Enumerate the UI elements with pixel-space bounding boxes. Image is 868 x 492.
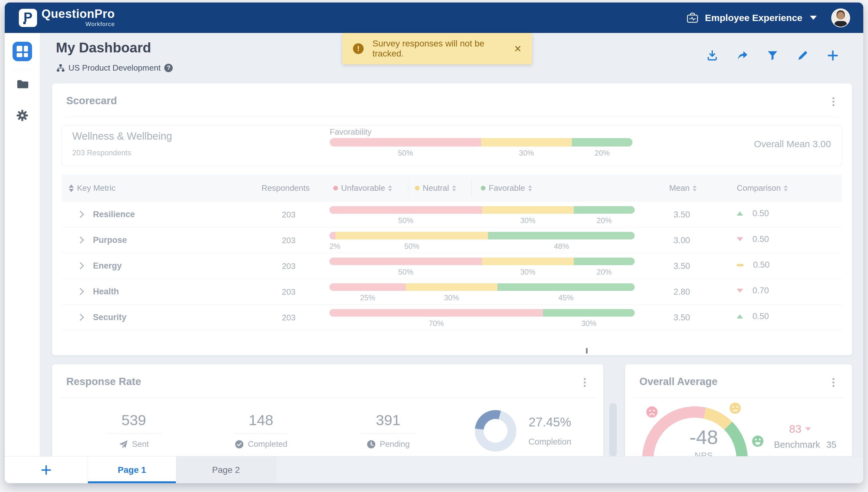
send-icon <box>119 440 128 449</box>
bar-segment-label: 30% <box>481 149 572 157</box>
sidebar-item-dashboards[interactable] <box>13 42 32 61</box>
bar-segment-label: 50% <box>329 268 482 276</box>
sort-icon[interactable] <box>693 185 697 191</box>
favorability-bar-labels: 2%50%48% <box>329 242 635 251</box>
widget-title: Response Rate <box>66 376 141 388</box>
page-tab[interactable]: Page 1 <box>88 457 176 483</box>
dashboard-grid-icon <box>17 46 28 57</box>
user-avatar[interactable] <box>831 8 850 27</box>
respondents-value: 203 <box>228 210 296 220</box>
brand-name: QuestionPro <box>42 8 115 20</box>
completion-value: 27.45% <box>506 415 594 429</box>
divider <box>60 397 595 398</box>
add-page-button[interactable] <box>40 464 52 476</box>
add-widget-icon[interactable] <box>827 50 839 62</box>
response-rate-widget: Response Rate 539 Sent 148 Completed 391… <box>52 364 604 457</box>
metric-name: Resilience <box>93 210 135 219</box>
trend-down-icon <box>805 427 811 431</box>
favorability-bar <box>329 309 635 317</box>
column-favorable: Favorable <box>481 174 532 202</box>
stat-value: 539 <box>87 411 181 428</box>
stat-value: 391 <box>341 411 435 428</box>
bar-segment-label: 20% <box>574 216 635 225</box>
respondents-value: 203 <box>228 313 296 323</box>
mean-value: 3.50 <box>652 210 711 220</box>
brand-text: QuestionPro Workforce <box>42 8 115 28</box>
chevron-down-icon[interactable] <box>810 16 817 20</box>
bar-segment-label: 30% <box>482 216 574 225</box>
stat-label: Sent <box>132 439 149 449</box>
bar-segment-label: 2% <box>329 242 335 251</box>
header-divider <box>408 179 408 197</box>
sort-icon[interactable] <box>528 185 532 191</box>
widget-title: Overall Average <box>639 376 718 388</box>
favorability-bar <box>329 206 635 214</box>
expand-chevron-icon[interactable] <box>77 314 84 321</box>
trend-up-icon <box>737 212 743 216</box>
bar-segment-label: 30% <box>543 319 635 328</box>
expand-chevron-icon[interactable] <box>77 237 84 244</box>
edit-icon[interactable] <box>797 50 808 62</box>
workspace-selector[interactable]: Employee Experience <box>705 13 802 23</box>
table-row[interactable]: Energy 203 50%30%20% 3.50 0.50 <box>62 253 842 279</box>
bar-segment-neutral <box>482 257 574 265</box>
neutral-dot-icon <box>415 186 420 191</box>
table-row[interactable]: Purpose 203 2%50%48% 3.00 0.50 <box>62 227 842 253</box>
widget-title: Scorecard <box>66 95 117 107</box>
questionpro-logo[interactable]: P <box>19 9 37 27</box>
scorecard-widget: Scorecard Wellness & Wellbeing 203 Respo… <box>52 83 852 355</box>
app-window: P QuestionPro Workforce Employee Experie… <box>5 2 863 483</box>
table-header: Key Metric Respondents Unfavorable Neutr… <box>62 174 842 202</box>
column-unfavorable: Unfavorable <box>333 174 392 202</box>
toast-notification: ! Survey responses will not be tracked. … <box>342 33 532 64</box>
respondents-value: 203 <box>228 262 296 271</box>
top-navbar: P QuestionPro Workforce Employee Experie… <box>5 2 863 33</box>
nps-value: -48 <box>672 426 735 448</box>
screen: P QuestionPro Workforce Employee Experie… <box>0 0 868 492</box>
help-icon[interactable]: ? <box>164 64 173 72</box>
sort-icon[interactable] <box>784 185 788 191</box>
kebab-menu-icon[interactable] <box>831 96 836 107</box>
comparison-value: 0.50 <box>752 209 769 218</box>
folder-icon[interactable] <box>16 78 29 90</box>
toast-message: Survey responses will not be tracked. <box>372 39 508 59</box>
expand-chevron-icon[interactable] <box>77 262 84 270</box>
check-circle-icon <box>235 440 244 449</box>
page-tab[interactable]: Page 2 <box>176 457 276 483</box>
table-row[interactable]: Security 203 70%30% 3.50 0.50 <box>62 305 842 330</box>
org-name[interactable]: US Product Development <box>68 63 161 73</box>
table-row[interactable]: Health 203 25%30%45% 2.80 0.70 <box>62 279 842 305</box>
expand-chevron-icon[interactable] <box>77 288 84 295</box>
kebab-menu-icon[interactable] <box>583 377 587 388</box>
download-icon[interactable] <box>706 50 718 62</box>
logo-mark: P <box>24 11 32 24</box>
bar-segment-unfavorable <box>329 232 335 239</box>
sort-icon[interactable] <box>388 185 392 191</box>
bar-segment-neutral <box>481 138 572 147</box>
close-icon[interactable]: × <box>514 43 521 55</box>
stat-label-row: Pending <box>341 439 435 449</box>
clock-icon <box>367 440 376 449</box>
divider <box>64 117 840 117</box>
metric-name: Purpose <box>93 235 127 245</box>
metric-name: Health <box>93 287 119 297</box>
comparison-cell: 0.50 <box>737 260 770 270</box>
stat-label-row: Sent <box>87 439 181 449</box>
scrollbar-thumb[interactable] <box>609 403 617 457</box>
bar-segment-favorable <box>574 206 635 214</box>
brand-product: Workforce <box>86 21 115 28</box>
sort-icon[interactable] <box>69 184 74 192</box>
add-page-area <box>5 457 88 483</box>
kebab-menu-icon[interactable] <box>831 377 836 388</box>
filter-icon[interactable] <box>767 50 778 62</box>
table-body: Resilience 203 50%30%20% 3.50 0.50 Purpo… <box>62 202 842 330</box>
resize-handle[interactable] <box>586 348 588 353</box>
table-row[interactable]: Resilience 203 50%30%20% 3.50 0.50 <box>62 202 842 227</box>
favorability-bar-labels: 50%30%20% <box>329 268 635 276</box>
sort-icon[interactable] <box>452 185 456 191</box>
expand-chevron-icon[interactable] <box>77 211 84 218</box>
bar-segment-label: 50% <box>329 216 482 225</box>
settings-gear-icon[interactable] <box>16 109 29 122</box>
bar-segment-neutral <box>482 206 574 214</box>
share-icon[interactable] <box>736 50 748 62</box>
